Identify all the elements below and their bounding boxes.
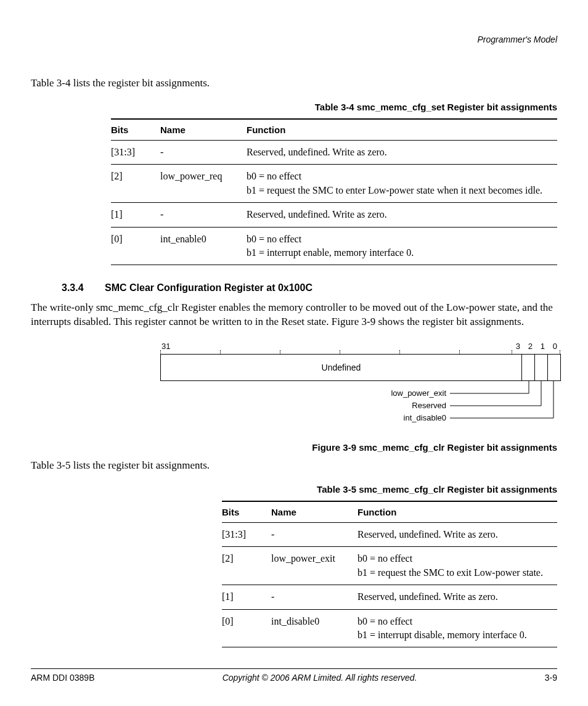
cell-name: int_disable0 (271, 609, 357, 647)
register-box: Undefined (160, 354, 561, 381)
bit-label-31: 31 (161, 342, 170, 351)
bit-label-1: 1 (541, 342, 545, 351)
bit-cell-0 (547, 355, 560, 380)
cell-func: b0 = no effectb1 = interrupt disable, me… (357, 609, 557, 647)
table-header-row: Bits Name Function (222, 501, 557, 523)
leader-lines: low_power_exit Reserved int_disable0 (160, 381, 561, 433)
cell-func: Reserved, undefined. Write as zero. (247, 140, 557, 164)
footer-left: ARM DDI 0389B (31, 673, 94, 683)
cell-name: - (271, 585, 357, 609)
cell-name: low_power_req (160, 165, 247, 203)
table-row: [0] int_enable0 b0 = no effectb1 = inter… (111, 227, 557, 265)
figure-caption: Figure 3-9 smc_memc_cfg_clr Register bit… (31, 442, 557, 453)
table-header-row: Bits Name Function (111, 119, 557, 141)
cell-func: b0 = no effectb1 = interrupt enable, mem… (247, 227, 557, 265)
register-table-1: Bits Name Function [31:3] - Reserved, un… (111, 118, 557, 265)
leader-label-reserved: Reserved (412, 401, 446, 410)
cell-bits: [31:3] (111, 140, 160, 164)
cell-func: b0 = no effectb1 = request the SMC to en… (247, 165, 557, 203)
col-func-header: Function (247, 119, 557, 141)
leader-label-low-power-exit: low_power_exit (391, 388, 446, 398)
leader-svg (160, 381, 561, 433)
table-row: [2] low_power_req b0 = no effectb1 = req… (111, 165, 557, 203)
register-figure: 31 3 2 1 0 Undefined low_p (160, 340, 561, 433)
cell-bits: [2] (222, 547, 271, 585)
cell-name: - (271, 523, 357, 547)
col-bits-header: Bits (222, 501, 271, 523)
cell-func: b0 = no effectb1 = request the SMC to ex… (357, 547, 557, 585)
table-caption-2: Table 3-5 smc_memc_cfg_clr Register bit … (31, 484, 557, 495)
register-table-2: Bits Name Function [31:3] - Reserved, un… (222, 501, 557, 647)
cell-name: low_power_exit (271, 547, 357, 585)
table-row: [1] - Reserved, undefined. Write as zero… (222, 585, 557, 609)
section-heading: 3.3.4 SMC Clear Configuration Register a… (31, 282, 557, 293)
cell-bits: [31:3] (222, 523, 271, 547)
table-row: [31:3] - Reserved, undefined. Write as z… (111, 140, 557, 164)
cell-bits: [0] (111, 227, 160, 265)
col-name-header: Name (271, 501, 357, 523)
bit-label-2: 2 (528, 342, 533, 351)
footer-page-number: 3-9 (545, 673, 557, 683)
intro-paragraph-1: Table 3-4 lists the register bit assignm… (31, 76, 557, 91)
table-row: [31:3] - Reserved, undefined. Write as z… (222, 523, 557, 547)
page: Programmer's Model Table 3-4 lists the r… (0, 0, 588, 706)
running-header: Programmer's Model (31, 35, 557, 44)
table-caption-1: Table 3-4 smc_memc_cfg_set Register bit … (31, 102, 557, 112)
cell-name: - (160, 203, 247, 227)
bit-header: 31 3 2 1 0 (160, 340, 561, 354)
bit-label-0: 0 (553, 342, 557, 351)
section-paragraph: The write-only smc_memc_cfg_clr Register… (31, 301, 557, 329)
cell-bits: [0] (222, 609, 271, 647)
col-name-header: Name (160, 119, 247, 141)
cell-func: Reserved, undefined. Write as zero. (357, 585, 557, 609)
section-title: SMC Clear Configuration Register at 0x10… (105, 282, 312, 293)
intro-paragraph-2: Table 3-5 lists the register bit assignm… (31, 459, 557, 473)
table-row: [0] int_disable0 b0 = no effectb1 = inte… (222, 609, 557, 647)
section-number: 3.3.4 (62, 282, 105, 293)
table-row: [2] low_power_exit b0 = no effectb1 = re… (222, 547, 557, 585)
leader-label-int-disable0: int_disable0 (404, 413, 446, 422)
col-func-header: Function (357, 501, 557, 523)
cell-name: int_enable0 (160, 227, 247, 265)
cell-name: - (160, 140, 247, 164)
page-footer: ARM DDI 0389B Copyright © 2006 ARM Limit… (31, 668, 557, 683)
cell-bits: [1] (111, 203, 160, 227)
cell-func: Reserved, undefined. Write as zero. (247, 203, 557, 227)
cell-func: Reserved, undefined. Write as zero. (357, 523, 557, 547)
undefined-field: Undefined (161, 355, 521, 380)
bit-cell-2 (521, 355, 534, 380)
cell-bits: [1] (222, 585, 271, 609)
footer-copyright: Copyright © 2006 ARM Limited. All rights… (223, 673, 417, 683)
col-bits-header: Bits (111, 119, 160, 141)
bit-label-3: 3 (516, 342, 520, 351)
table-row: [1] - Reserved, undefined. Write as zero… (111, 203, 557, 227)
cell-bits: [2] (111, 165, 160, 203)
bit-cell-1 (534, 355, 547, 380)
